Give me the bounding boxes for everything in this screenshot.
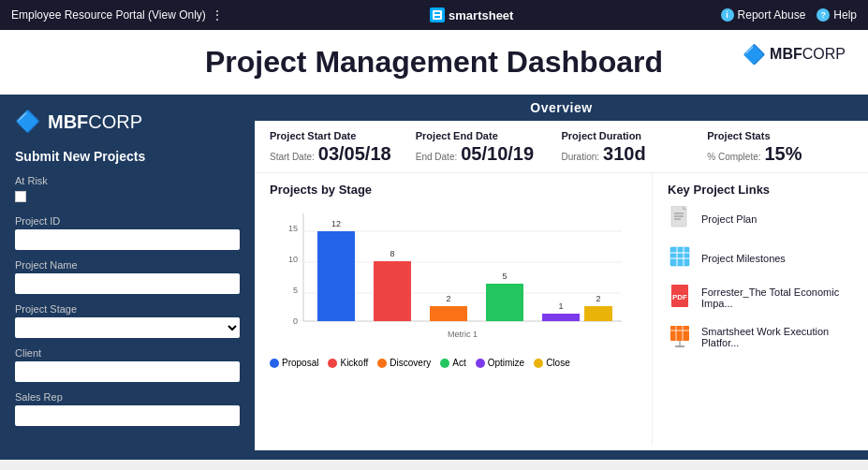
document-icon <box>669 206 692 232</box>
stat-start-date-value: 03/05/18 <box>318 143 391 165</box>
project-id-label: Project ID <box>15 215 240 227</box>
right-content: Overview Project Start Date Start Date: … <box>255 95 868 450</box>
bar-act <box>486 284 523 321</box>
stat-duration-value-row: Duration: 310d <box>562 143 708 165</box>
project-id-group: Project ID <box>15 215 240 250</box>
report-abuse-button[interactable]: i Report Abuse <box>721 8 806 22</box>
link-text-project-milestones: Project Milestones <box>701 253 786 264</box>
link-forrester[interactable]: PDF Forrester_The Total Economic Impa... <box>668 283 853 313</box>
project-id-input[interactable] <box>15 229 240 250</box>
link-project-milestones[interactable]: Project Milestones <box>668 243 853 273</box>
sales-rep-label: Sales Rep <box>15 391 240 403</box>
stat-complete-value-row: % Complete: 15% <box>707 143 853 165</box>
sidebar-form-title: Submit New Projects <box>15 149 240 164</box>
legend-close: Close <box>534 358 570 368</box>
links-title: Key Project Links <box>668 183 853 197</box>
at-risk-checkbox[interactable] <box>15 191 26 202</box>
legend-proposal: Proposal <box>270 358 318 368</box>
legend-dot-act <box>440 359 449 368</box>
portal-name: Employee Resource Portal (View Only) <box>11 8 206 22</box>
svg-rect-0 <box>433 10 442 20</box>
presentation-icon <box>669 324 692 350</box>
stat-duration-value: 310d <box>603 143 646 165</box>
stat-duration-label: Project Duration <box>562 130 708 141</box>
link-icon-project-plan <box>668 204 694 234</box>
svg-text:2: 2 <box>446 294 450 303</box>
table-icon <box>669 245 692 272</box>
svg-text:5: 5 <box>502 272 507 281</box>
legend-label-proposal: Proposal <box>282 358 318 368</box>
body-section: 🔷 MBFCORP Submit New Projects At Risk Pr… <box>0 95 868 450</box>
stat-start-date: Project Start Date Start Date: 03/05/18 <box>270 130 416 165</box>
sidebar-logo: 🔷 MBFCORP <box>15 110 240 134</box>
stat-end-date-sublabel: End Date: <box>416 152 457 162</box>
link-project-plan[interactable]: Project Plan <box>668 204 853 234</box>
bar-discovery <box>430 306 467 321</box>
mbf-logo-header: 🔷 MBFCORP <box>743 43 846 66</box>
client-input[interactable] <box>15 361 240 382</box>
legend-label-optimize: Optimize <box>488 358 524 368</box>
legend-label-close: Close <box>546 358 570 368</box>
client-label: Client <box>15 347 240 359</box>
stat-duration-sublabel: Duration: <box>562 152 600 162</box>
bar-optimize <box>542 314 580 321</box>
top-bar-left: Employee Resource Portal (View Only) ⋮ <box>11 8 223 22</box>
mbf-logo-icon: 🔷 <box>743 43 766 66</box>
legend-discovery: Discovery <box>377 358 431 368</box>
bottom-panels: Projects by Stage 0 5 10 15 <box>255 173 868 445</box>
svg-text:0: 0 <box>293 316 298 326</box>
project-name-input[interactable] <box>15 273 240 294</box>
link-text-project-plan: Project Plan <box>701 213 757 225</box>
chart-panel: Projects by Stage 0 5 10 15 <box>255 173 653 445</box>
stat-end-date-value: 05/10/19 <box>461 143 534 165</box>
svg-text:2: 2 <box>596 294 600 303</box>
legend-dot-discovery <box>377 359 387 368</box>
sidebar-logo-icon: 🔷 <box>15 110 40 134</box>
legend-dot-kickoff <box>328 359 337 368</box>
svg-text:10: 10 <box>288 255 298 264</box>
chart-title: Projects by Stage <box>270 183 637 197</box>
project-stage-select[interactable] <box>15 317 240 338</box>
ss-logo-text: smartsheet <box>449 8 513 22</box>
stat-start-date-sublabel: Start Date: <box>270 152 315 162</box>
stat-end-date: Project End Date End Date: 05/10/19 <box>416 130 562 165</box>
link-smartsheet[interactable]: Smartsheet Work Execution Platfor... <box>668 322 853 352</box>
mbf-logo-text: MBFCORP <box>770 46 846 63</box>
legend-act: Act <box>440 358 465 368</box>
portal-menu-icon[interactable]: ⋮ <box>212 8 223 22</box>
project-stage-group: Project Stage <box>15 303 240 338</box>
svg-text:1: 1 <box>558 301 563 311</box>
links-panel: Key Project Links Project Plan <box>653 173 868 445</box>
help-button[interactable]: ? Help <box>817 8 857 22</box>
stat-start-date-label: Project Start Date <box>270 130 416 141</box>
bottom-bar <box>0 450 868 460</box>
bar-chart-svg: 0 5 10 15 12 <box>270 204 637 345</box>
link-icon-forrester: PDF <box>668 283 694 313</box>
bar-chart-area: 0 5 10 15 12 <box>270 204 637 354</box>
svg-text:Metric 1: Metric 1 <box>448 330 478 339</box>
client-group: Client <box>15 347 240 382</box>
ss-logo-box <box>430 7 445 22</box>
sales-rep-group: Sales Rep <box>15 391 240 426</box>
svg-rect-23 <box>670 247 689 266</box>
link-icon-smartsheet <box>668 322 694 352</box>
legend-label-kickoff: Kickoff <box>340 358 368 368</box>
stat-end-date-value-row: End Date: 05/10/19 <box>416 143 562 165</box>
bar-proposal <box>317 231 355 321</box>
project-name-label: Project Name <box>15 259 240 271</box>
bar-close <box>584 306 612 321</box>
svg-text:12: 12 <box>331 219 341 228</box>
sales-rep-input[interactable] <box>15 405 240 426</box>
stats-row: Project Start Date Start Date: 03/05/18 … <box>255 121 868 173</box>
stat-complete-sublabel: % Complete: <box>707 152 760 162</box>
stat-start-date-value-row: Start Date: 03/05/18 <box>270 143 416 165</box>
smartsheet-logo: smartsheet <box>430 7 513 22</box>
overview-header: Overview <box>255 95 868 121</box>
svg-rect-1 <box>434 12 440 14</box>
page-title: Project Management Dashboard <box>22 45 846 80</box>
project-name-group: Project Name <box>15 259 240 294</box>
top-bar: Employee Resource Portal (View Only) ⋮ s… <box>0 0 868 30</box>
pdf-icon: PDF <box>669 285 692 311</box>
info-icon: i <box>721 8 734 22</box>
svg-rect-2 <box>434 16 440 18</box>
